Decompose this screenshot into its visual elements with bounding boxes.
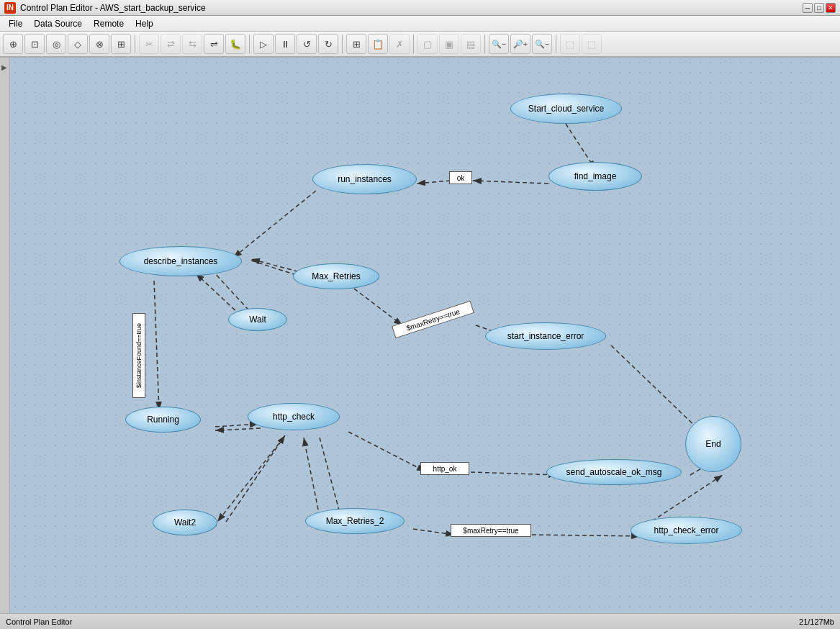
close-button[interactable]: ✕ [826,3,836,13]
tool-swap[interactable]: ⇌ [204,34,224,54]
tool-zoom-reset[interactable]: 🔍− [489,34,509,54]
tool-add-rect[interactable]: ⊡ [24,34,45,54]
main-area: ▶ [0,58,840,613]
sep2 [249,35,250,53]
node-ok-label[interactable]: ok [449,171,472,184]
svg-line-17 [471,472,557,475]
maximize-button[interactable]: □ [814,3,824,13]
svg-line-14 [215,424,258,427]
tool-add-circle2[interactable]: ◎ [46,34,66,54]
svg-line-4 [417,181,451,184]
canvas-area[interactable]: Start_cloud_service find_image run_insta… [10,58,840,613]
node-http-ok-label[interactable]: http_ok [420,462,469,475]
svg-line-24 [532,535,640,536]
menu-file[interactable]: File [3,17,28,30]
node-send-autoscale[interactable]: send_autoscale_ok_msg [546,459,682,485]
node-wait2[interactable]: Wait2 [153,510,217,535]
status-bar: Control Plan Editor 21/127Mb [0,613,840,629]
svg-line-13 [154,281,159,410]
tool-grid[interactable]: ⊞ [346,34,366,54]
tool-delete: ✗ [389,34,410,54]
status-right: 21/127Mb [799,617,834,626]
tool-pause[interactable]: ⏸ [275,34,295,54]
tool-fit1: ⬚ [560,34,580,54]
svg-line-16 [348,432,425,471]
svg-line-22 [304,438,320,517]
node-end[interactable]: End [685,416,741,472]
node-maxretry-label1[interactable]: $maxRetry==true [392,301,474,339]
svg-line-20 [320,438,341,518]
svg-line-12 [611,345,701,432]
app-icon: IN [4,2,16,14]
tool-reset[interactable]: ↺ [297,34,317,54]
sep3 [342,35,343,53]
svg-line-10 [348,284,402,325]
ruler-arrow: ▶ [1,63,7,71]
status-left: Control Plan Editor [6,617,72,626]
node-wait[interactable]: Wait [228,308,287,331]
svg-line-23 [413,529,454,535]
left-ruler: ▶ [0,58,10,613]
sep5 [484,35,485,53]
node-describe-instances[interactable]: describe_instances [119,246,242,276]
node-start-instance-error[interactable]: start_instance_error [485,322,606,350]
tool-add-gear[interactable]: ⊗ [89,34,109,54]
svg-line-19 [217,438,284,522]
tool-box3: ▤ [461,34,481,54]
sep6 [556,35,556,53]
title-bar: IN Control Plan Editor - AWS_start_backu… [0,0,840,16]
node-run-instances[interactable]: run_instances [312,164,417,194]
tool-debug[interactable]: 🐛 [225,34,245,54]
sep4 [413,35,414,53]
node-max-retries[interactable]: Max_Retries [293,263,379,289]
node-running[interactable]: Running [125,407,201,433]
node-find-image[interactable]: find_image [548,162,642,191]
svg-line-15 [215,428,261,430]
tool-connect[interactable]: ⊞ [111,34,131,54]
tool-clipboard[interactable]: 📋 [368,34,388,54]
tool-box2: ▣ [439,34,459,54]
menu-help[interactable]: Help [130,17,159,30]
tool-box1: ▢ [417,34,438,54]
tool-fit2: ⬚ [582,34,602,54]
minimize-button[interactable]: ─ [803,3,813,13]
sep1 [135,35,135,53]
menu-datasource[interactable]: Data Source [28,17,88,30]
node-maxretry-label2[interactable]: $maxRetry==true [451,524,531,537]
node-start-cloud-service[interactable]: Start_cloud_service [510,94,622,124]
window-title: Control Plan Editor - AWS_start_backup_s… [20,3,803,13]
svg-line-21 [226,435,285,522]
svg-line-8 [196,273,240,315]
node-max-retries-2[interactable]: Max_Retries_2 [305,508,405,534]
menu-bar: File Data Source Remote Help [0,16,840,32]
tool-cut: ✂ [139,34,159,54]
node-instancefound-label[interactable]: $instanceFound==true [132,313,145,398]
tool-zoom-in[interactable]: 🔎+ [510,34,530,54]
tool-play[interactable]: ▷ [253,34,274,54]
node-http-check-error[interactable]: http_check_error [631,517,742,544]
tool-refresh[interactable]: ↻ [318,34,338,54]
tool-add-circle[interactable]: ⊕ [3,34,23,54]
tool-zoom-out[interactable]: 🔍− [532,34,552,54]
tool-add-diamond[interactable]: ◇ [68,34,88,54]
svg-line-3 [473,181,548,184]
menu-remote[interactable]: Remote [88,17,130,30]
window-controls: ─ □ ✕ [803,3,836,13]
node-http-check[interactable]: http_check [248,403,340,430]
tool-reroute2: ⇆ [182,34,202,54]
tool-reroute: ⇄ [161,34,181,54]
toolbar: ⊕ ⊡ ◎ ◇ ⊗ ⊞ ✂ ⇄ ⇆ ⇌ 🐛 ▷ ⏸ ↺ ↻ ⊞ 📋 ✗ ▢ ▣ … [0,32,840,58]
svg-line-5 [233,191,316,258]
